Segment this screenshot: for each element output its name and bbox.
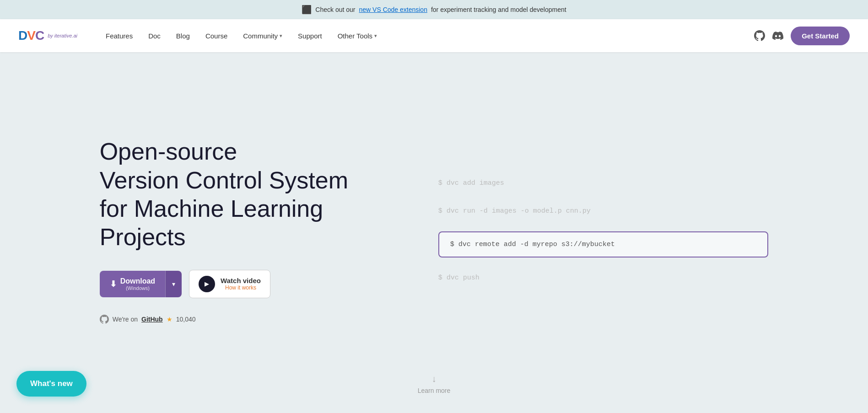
learn-more-link[interactable]: ↓ Learn more — [418, 374, 451, 394]
github-stars-count: 10,040 — [176, 316, 196, 323]
hero-title-line2: Version Control System — [100, 167, 348, 193]
github-we-on: We're on — [113, 316, 138, 323]
github-icon — [754, 30, 765, 41]
whats-new-button[interactable]: What's new — [16, 371, 86, 397]
watch-video-label: Watch video — [221, 277, 261, 284]
hero-section: Open-source Version Control System for M… — [0, 52, 868, 409]
hero-terminal: $ dvc add images $ dvc run -d images -o … — [411, 176, 769, 285]
download-arrow-button[interactable]: ▾ — [165, 271, 182, 297]
download-button[interactable]: ⬇ Download (Windows) — [100, 271, 165, 297]
play-icon: ▶ — [199, 276, 215, 292]
github-link[interactable]: GitHub — [141, 316, 163, 323]
download-label: Download — [120, 277, 155, 285]
nav-features[interactable]: Features — [99, 28, 139, 43]
hero-title-line1: Open-source — [100, 138, 237, 165]
logo-d: D — [18, 28, 27, 43]
chevron-down-icon: ▾ — [172, 280, 175, 288]
nav-other-tools[interactable]: Other Tools — [331, 28, 383, 43]
nav-links: Features Doc Blog Course Community Suppo… — [99, 28, 754, 43]
header: DVC by iterative.ai Features Doc Blog Co… — [0, 19, 868, 52]
banner-suffix: for experiment tracking and model develo… — [431, 6, 566, 13]
discord-icon-link[interactable] — [772, 30, 783, 41]
logo[interactable]: DVC by iterative.ai — [18, 28, 77, 43]
logo-by: by iterative.ai — [48, 33, 77, 38]
terminal-line-4: $ dvc push — [438, 270, 769, 285]
github-stars: We're on GitHub ★ 10,040 — [100, 315, 411, 324]
terminal-line-3-highlighted: $ dvc remote add -d myrepo s3://mybucket — [438, 231, 769, 257]
nav-icons — [754, 30, 783, 41]
logo-c: C — [35, 28, 44, 43]
top-banner: ⬛ Check out our new VS Code extension fo… — [0, 0, 868, 19]
download-platform: (Windows) — [120, 285, 155, 291]
nav-course[interactable]: Course — [199, 28, 234, 43]
hero-content: Open-source Version Control System for M… — [100, 137, 411, 324]
nav-community[interactable]: Community — [237, 28, 289, 43]
hero-buttons: ⬇ Download (Windows) ▾ ▶ Watch video How… — [100, 270, 411, 298]
hero-title-line3: for Machine Learning Projects — [100, 195, 323, 250]
vscode-icon: ⬛ — [302, 5, 312, 15]
star-icon: ★ — [167, 316, 173, 323]
watch-video-button[interactable]: ▶ Watch video How it works — [189, 270, 270, 298]
github-icon-link[interactable] — [754, 30, 765, 41]
nav-doc[interactable]: Doc — [142, 28, 167, 43]
get-started-button[interactable]: Get Started — [791, 27, 850, 45]
watch-video-text: Watch video How it works — [221, 277, 261, 291]
banner-prefix: Check out our — [315, 6, 355, 13]
nav-support[interactable]: Support — [291, 28, 329, 43]
logo-v: V — [27, 28, 35, 43]
nav-blog[interactable]: Blog — [170, 28, 196, 43]
github-cat-icon — [100, 315, 109, 324]
logo-text: DVC — [18, 28, 44, 43]
watch-video-sub: How it works — [221, 284, 261, 291]
terminal-line-2: $ dvc run -d images -o model.p cnn.py — [438, 204, 769, 219]
hero-title: Open-source Version Control System for M… — [100, 137, 411, 252]
learn-more-label: Learn more — [418, 387, 451, 394]
download-btn-group: ⬇ Download (Windows) ▾ — [100, 271, 182, 297]
download-icon: ⬇ — [110, 279, 117, 289]
arrow-down-icon: ↓ — [432, 374, 437, 384]
banner-link[interactable]: new VS Code extension — [359, 6, 427, 13]
discord-icon — [772, 30, 783, 41]
terminal-line-1: $ dvc add images — [438, 176, 769, 191]
download-label-area: Download (Windows) — [120, 277, 155, 291]
